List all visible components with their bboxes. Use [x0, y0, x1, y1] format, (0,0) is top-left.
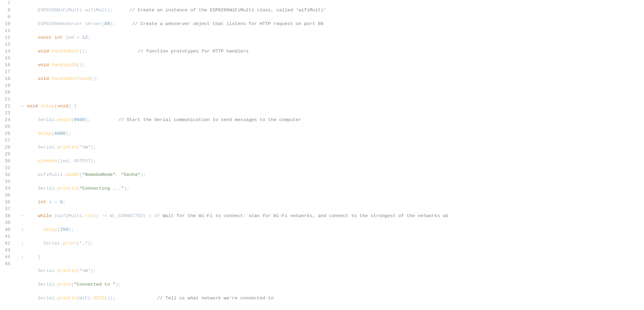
table-row: Serial.begin(9600); // Start the Serial …	[21, 117, 644, 123]
table-row: Serial.println('\n');	[21, 144, 644, 151]
table-row	[21, 89, 644, 96]
code-content[interactable]: ESP8266WiFiMulti wifiMulti; // Create an…	[18, 0, 644, 310]
line-numbers: 7 8 9 10 11 12 13 14 15 16 17 18 19 20 2…	[0, 0, 13, 310]
table-row: Serial.print("IP address:\t");	[21, 309, 644, 310]
table-row: const int led = 12;	[21, 34, 644, 41]
table-row: Serial.println("Connecting ...");	[21, 185, 644, 192]
table-row: −void setup(void) {	[21, 103, 644, 110]
table-row: | delay(250);	[21, 226, 644, 233]
table-row: pinMode(led, OUTPUT);	[21, 158, 644, 165]
table-row: Serial.print("Connected to ");	[21, 281, 644, 288]
table-row: int i = 0;	[21, 199, 644, 206]
table-row: ESP8266WiFiMulti wifiMulti; // Create an…	[21, 7, 644, 14]
code-editor: 7 8 9 10 11 12 13 14 15 16 17 18 19 20 2…	[0, 0, 644, 310]
table-row: void handleLED();	[21, 62, 644, 69]
table-row: | Serial.print('.');	[21, 240, 644, 247]
table-row: Serial.println(WiFi.SSID()); // Tell us …	[21, 295, 644, 302]
table-row: void handleRoot(); // function prototype…	[21, 48, 644, 55]
table-row: wifiMulti.addAP("NomeDaRede", "Senha");	[21, 171, 644, 178]
table-row: void handleNotFound();	[21, 75, 644, 82]
table-row: delay(6000);	[21, 130, 644, 137]
table-row: | }	[21, 254, 644, 261]
table-row: Serial.println('\n');	[21, 267, 644, 274]
table-row: − while (wifiMulti.run() != WL_CONNECTED…	[21, 213, 644, 219]
table-row: ESP8266WebServer server(80); // Create a…	[21, 21, 644, 27]
